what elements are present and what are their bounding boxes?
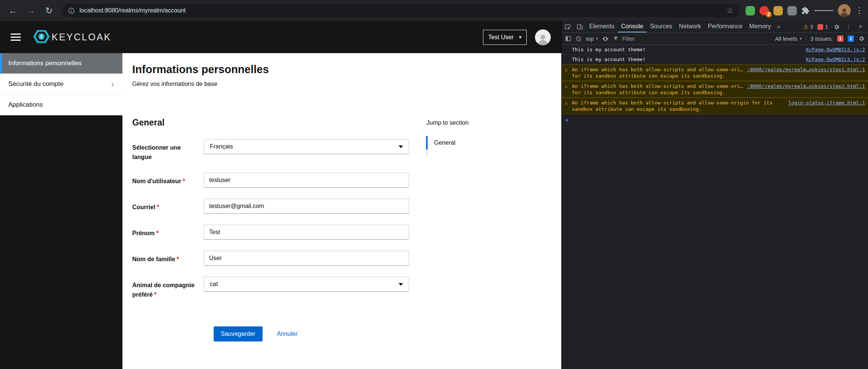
tab-sources[interactable]: Sources (646, 21, 675, 32)
errors-counter[interactable]: 1 (818, 24, 828, 30)
warning-text: An iframe which has both allow-scripts a… (572, 66, 743, 73)
language-select[interactable]: Français (204, 139, 409, 154)
browser-menu-icon[interactable]: ⋮ (855, 6, 862, 15)
required-marker: * (157, 204, 159, 210)
form-actions: Sauvegarder Annuler (214, 326, 419, 341)
site-info-icon[interactable] (68, 7, 75, 14)
devtools-close-icon[interactable]: × (854, 23, 866, 30)
warning-count: 3 (810, 24, 813, 30)
clear-console-icon[interactable] (576, 36, 582, 42)
warning-text: for its sandbox attribute can escape its… (572, 73, 865, 79)
console-prompt[interactable]: > (562, 114, 868, 126)
source-link[interactable]: KcPage-DwOMBILS.js:2 (806, 56, 865, 63)
filter-funnel-icon (613, 36, 619, 41)
form-row-language: Sélectionner une langue Français (132, 139, 419, 162)
tab-performance[interactable]: Performance (704, 21, 746, 32)
jump-to-section-title: Jump to section (426, 119, 469, 126)
keycloak-logo-icon (33, 28, 50, 47)
save-button[interactable]: Sauvegarder (214, 326, 263, 341)
username-field[interactable] (204, 173, 409, 188)
field-label: Courriel* (132, 199, 204, 214)
devtools-settings-icon[interactable] (830, 24, 842, 30)
chevron-right-icon: › (111, 80, 114, 89)
log-levels-dropdown[interactable]: All levels ▾ (775, 35, 802, 42)
user-menu-dropdown[interactable]: Test User ▾ (483, 30, 527, 45)
console-messages: This is my account theme! KcPage-DwOMBIL… (562, 45, 868, 369)
jump-to-section-list: General (426, 136, 469, 156)
more-tabs-icon[interactable]: » (774, 21, 783, 32)
lastname-field[interactable] (204, 251, 409, 266)
inspect-element-icon[interactable] (562, 21, 574, 32)
context-selector[interactable]: top ▾ (586, 35, 598, 42)
console-warning-message: ⚠ An iframe which has both allow-scripts… (562, 64, 868, 81)
extension-icon-3[interactable] (773, 6, 783, 15)
browser-profile-avatar[interactable] (838, 4, 851, 17)
caret-down-icon (399, 283, 403, 286)
tab-memory[interactable]: Memory (746, 21, 774, 32)
sidebar-item-personal-info[interactable]: Informations personnelles (0, 53, 122, 74)
filter-input[interactable] (622, 35, 771, 42)
caret-down-icon (399, 145, 403, 148)
source-link[interactable]: login-status-iframe.html:1 (789, 100, 865, 106)
field-label: Nom d'utilisateur* (132, 173, 204, 188)
required-marker: * (156, 230, 159, 236)
tab-elements[interactable]: Elements (586, 21, 618, 32)
console-filter (613, 35, 771, 42)
url-bar[interactable]: localhost:8080/realms/myrealm/account ☆ (62, 4, 740, 17)
extension-icon-1[interactable] (746, 6, 755, 15)
required-marker: * (154, 291, 156, 298)
bookmark-star-icon[interactable]: ☆ (726, 6, 734, 15)
source-link[interactable]: :8080/realms/myrealm…ookies/step2.html:1 (747, 83, 865, 89)
browser-toolbar: ← → ↻ localhost:8080/realms/myrealm/acco… (0, 0, 868, 21)
console-log-message: This is my account theme! KcPage-DwOMBIL… (562, 55, 868, 64)
field-label: Nom de famille* (132, 251, 204, 266)
source-link[interactable]: :8080/realms/myrealm…ookies/step1.html:1 (747, 66, 865, 73)
console-log-message: This is my account theme! KcPage-DwOMBIL… (562, 45, 868, 55)
form-row-email: Courriel* (132, 199, 419, 214)
issues-label[interactable]: 3 Issues: (810, 35, 833, 42)
keycloak-wordmark: KEYCLOAK (52, 32, 112, 43)
extensions-puzzle-icon[interactable] (801, 6, 810, 15)
hamburger-icon[interactable] (11, 32, 21, 43)
extension-icon-4[interactable] (787, 6, 797, 15)
personal-info-form: Sélectionner une langue Français Nom d'u… (132, 139, 419, 341)
console-toolbar: top ▾ All levels ▾ 3 Issues: 1 2 (562, 33, 868, 45)
source-link[interactable]: KcPage-DwOMBILS.js:2 (806, 46, 865, 53)
browser-toolbar-right: 2 ⋮ (746, 4, 868, 17)
caret-down-icon: ▾ (799, 36, 802, 41)
keycloak-logo[interactable]: KEYCLOAK (33, 28, 112, 47)
cancel-button[interactable]: Annuler (277, 331, 298, 337)
issues-info-badge[interactable]: 2 (848, 35, 854, 42)
page-subtitle: Gérez vos informations de base (132, 81, 561, 87)
favorite-pet-select[interactable]: cat (204, 277, 409, 292)
firstname-field[interactable] (204, 225, 409, 240)
browser-nav-buttons: ← → ↻ (0, 3, 60, 18)
warning-text: An iframe which has both allow-scripts a… (572, 83, 743, 89)
reload-icon[interactable]: ↻ (41, 3, 57, 18)
jump-link-general[interactable]: General (426, 136, 469, 150)
account-avatar[interactable] (535, 29, 551, 45)
toolbar-divider (806, 35, 806, 42)
tab-network[interactable]: Network (675, 21, 704, 32)
jump-to-section: Jump to section General (426, 119, 469, 156)
tab-console[interactable]: Console (618, 21, 647, 32)
sidebar-item-applications[interactable]: Applications (0, 95, 122, 115)
forward-icon[interactable]: → (23, 3, 38, 18)
devtools-menu-icon[interactable]: ⋮ (842, 23, 854, 31)
console-settings-icon[interactable] (858, 35, 865, 42)
page-title: Informations personnelles (132, 63, 561, 76)
field-label: Animal de compagnie préféré* (132, 277, 204, 299)
warnings-counter[interactable]: ⚠ 3 (803, 23, 813, 30)
form-row-firstname: Prénom* (132, 225, 419, 240)
eye-icon[interactable] (602, 35, 609, 42)
issues-error-badge[interactable]: 1 (837, 35, 844, 42)
email-field[interactable] (204, 199, 409, 214)
extension-icon-2[interactable]: 2 (760, 6, 769, 15)
device-toolbar-icon[interactable] (574, 21, 586, 32)
console-sidebar-icon[interactable] (565, 35, 572, 42)
context-selector-value: top (586, 35, 594, 42)
reading-list-icon[interactable] (814, 9, 833, 12)
back-icon[interactable]: ← (5, 3, 20, 18)
warning-icon: ⚠ (565, 66, 568, 73)
sidebar-item-account-security[interactable]: Sécurité du compte › (0, 74, 122, 95)
